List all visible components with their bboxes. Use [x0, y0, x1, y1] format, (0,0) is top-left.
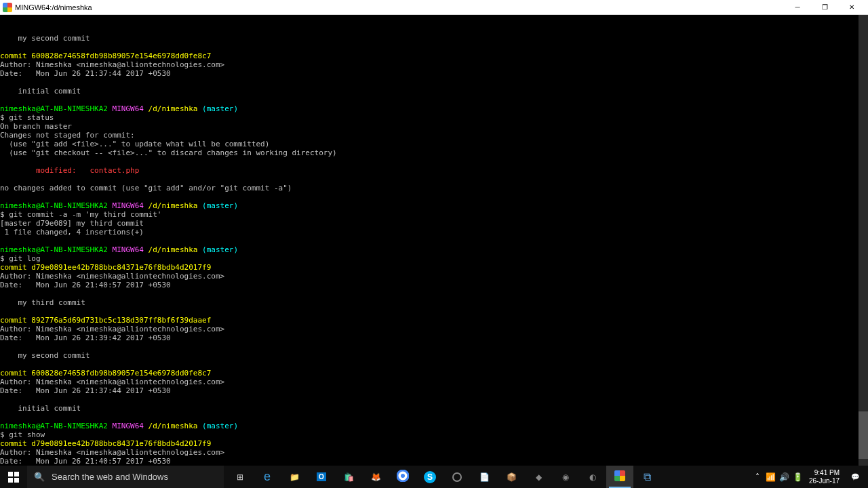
- window-title: MINGW64:/d/nimeshka: [15, 3, 784, 12]
- notifications-button[interactable]: 💬: [844, 466, 867, 488]
- tray-battery-icon[interactable]: 🔋: [791, 466, 805, 488]
- terminal-content: my second commit commit 600828e74658fdb9…: [0, 25, 868, 466]
- clock-date: 26-Jun-17: [809, 477, 840, 485]
- store-icon: 🛍️: [344, 472, 354, 482]
- chrome-icon: [397, 470, 409, 484]
- notification-icon: 💬: [851, 473, 859, 481]
- taskbar-app-outlook[interactable]: O: [308, 466, 335, 488]
- clock-time: 9:41 PM: [809, 469, 840, 477]
- app-icon-2: ◆: [536, 472, 542, 482]
- taskbar-app-gitbash[interactable]: [606, 466, 633, 488]
- skype-icon: S: [424, 471, 436, 483]
- tray-volume-icon[interactable]: 🔊: [778, 466, 791, 488]
- svg-point-6: [401, 474, 405, 478]
- task-icons: ⊞ e 📁 O 🛍️ 🦊 S 📄 📦 ◆ ◉ ◐ ⧉: [224, 466, 660, 488]
- minimize-button[interactable]: ─: [784, 0, 811, 15]
- edge-icon: e: [264, 470, 271, 484]
- svg-rect-0: [8, 472, 13, 476]
- tray-chevron-icon[interactable]: ˄: [751, 466, 764, 488]
- tray-network-icon[interactable]: 📶: [764, 466, 778, 488]
- terminal-scrollbar[interactable]: [859, 15, 868, 466]
- scrollbar-thumb[interactable]: [859, 411, 868, 459]
- taskbar-app-skype[interactable]: S: [416, 466, 443, 488]
- folder-icon: 📁: [290, 472, 300, 482]
- prompt-user: nimeshka@AT-NB-NIMESHKA2: [0, 104, 108, 113]
- taskbar-app-visualstudio[interactable]: ⧉: [633, 466, 660, 488]
- gitbash-icon: [614, 470, 625, 483]
- svg-rect-3: [14, 478, 19, 483]
- app-icon-4: ◐: [589, 472, 596, 482]
- firefox-icon: 🦊: [371, 472, 381, 482]
- search-box[interactable]: 🔍 Search the web and Windows: [27, 466, 224, 488]
- tray-clock[interactable]: 9:41 PM 26-Jun-17: [805, 469, 844, 485]
- notepad-icon: 📄: [479, 472, 490, 482]
- taskbar-app-generic1[interactable]: [443, 466, 471, 488]
- svg-rect-2: [8, 478, 13, 483]
- outlook-icon: O: [317, 472, 326, 481]
- windows-icon: [8, 472, 19, 483]
- taskbar-app-explorer[interactable]: 📁: [281, 466, 308, 488]
- taskbar-app-generic4[interactable]: ◐: [579, 466, 606, 488]
- close-button[interactable]: ✕: [838, 0, 865, 15]
- search-icon: 🔍: [34, 472, 45, 482]
- taskbar-app-store[interactable]: 🛍️: [335, 466, 362, 488]
- visualstudio-icon: ⧉: [644, 471, 651, 483]
- circle-icon: [452, 472, 462, 482]
- app-icon-3: ◉: [562, 472, 569, 482]
- maximize-button[interactable]: ❐: [811, 0, 838, 15]
- taskbar-app-chrome[interactable]: [389, 466, 416, 488]
- system-tray: ˄ 📶 🔊 🔋 9:41 PM 26-Jun-17 💬: [751, 466, 868, 488]
- taskbar-app-firefox[interactable]: 🦊: [362, 466, 389, 488]
- taskbar-app-cube[interactable]: 📦: [498, 466, 525, 488]
- app-icon: [3, 3, 12, 12]
- task-view-button[interactable]: ⊞: [226, 466, 254, 488]
- window-titlebar: MINGW64:/d/nimeshka ─ ❐ ✕: [0, 0, 868, 15]
- taskbar-app-notepad[interactable]: 📄: [471, 466, 498, 488]
- start-button[interactable]: [0, 466, 27, 488]
- search-placeholder: Search the web and Windows: [52, 472, 168, 482]
- taskbar-app-edge[interactable]: e: [254, 466, 281, 488]
- cube-icon: 📦: [507, 472, 517, 482]
- task-view-icon: ⊞: [237, 472, 243, 482]
- svg-rect-1: [14, 472, 19, 476]
- taskbar-app-generic3[interactable]: ◉: [552, 466, 579, 488]
- taskbar: 🔍 Search the web and Windows ⊞ e 📁 O 🛍️ …: [0, 466, 868, 488]
- taskbar-app-generic2[interactable]: ◆: [525, 466, 552, 488]
- terminal-viewport[interactable]: my second commit commit 600828e74658fdb9…: [0, 15, 868, 466]
